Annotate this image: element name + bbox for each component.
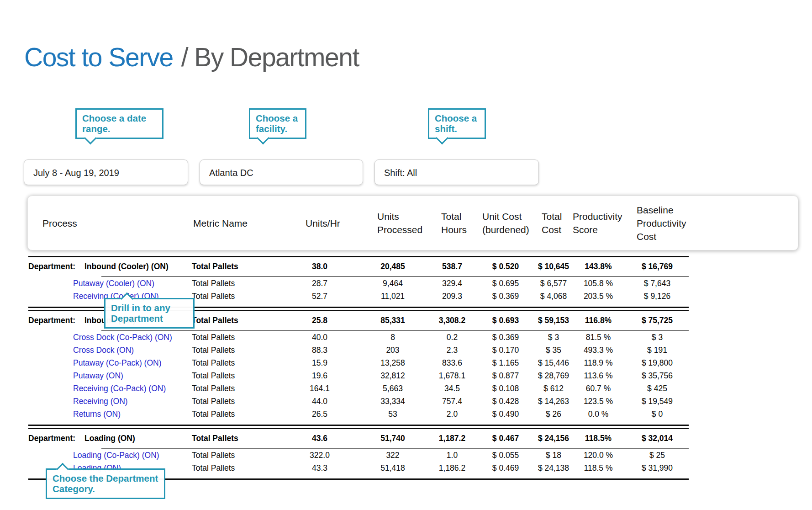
baseline-cost-cell: $ 7,643: [626, 279, 689, 288]
total-hours-cell: 0.2: [429, 333, 475, 342]
baseline-cost-cell: $ 9,126: [626, 292, 689, 301]
baseline-cost-cell: $ 191: [626, 345, 689, 355]
unit-cost-cell: $ 0.369: [475, 292, 536, 301]
baseline-cost-cell: $ 35,756: [626, 371, 689, 381]
metric-cell: Total Pallets: [192, 371, 283, 381]
total-cost-cell: $ 26: [536, 409, 571, 419]
table-row: Receiving (Co-Pack) (ON) Total Pallets 1…: [28, 382, 689, 395]
baseline-cost-cell: $ 3: [626, 333, 689, 342]
department-name: Inbound (Cooler) (ON): [84, 262, 169, 271]
total-hours-cell: 209.3: [429, 292, 475, 301]
baseline-cost-cell: $ 0: [626, 409, 689, 419]
table-row: Receiving (ON) Total Pallets 44.0 33,334…: [28, 395, 689, 408]
productivity-score-cell: 143.8%: [571, 262, 626, 271]
units-processed-cell: 203: [356, 345, 429, 355]
total-cost-cell: $ 612: [536, 384, 571, 393]
productivity-score-cell: 60.7 %: [571, 384, 626, 393]
units-processed-cell: 5,663: [356, 384, 429, 393]
metric-cell: Total Pallets: [192, 358, 283, 368]
process-link[interactable]: Loading (Co-Pack) (ON): [73, 451, 159, 460]
baseline-cost-cell: $ 32,014: [626, 434, 689, 443]
column-header-metric-name[interactable]: Metric Name: [192, 217, 284, 230]
unit-cost-cell: $ 0.695: [475, 279, 536, 288]
total-hours-cell: 1,187.2: [429, 434, 475, 443]
units-processed-cell: 33,334: [356, 397, 429, 406]
unit-cost-cell: $ 0.170: [475, 345, 536, 355]
total-hours-cell: 34.5: [429, 384, 475, 393]
productivity-score-cell: 105.8 %: [571, 279, 626, 288]
unit-cost-cell: $ 0.469: [475, 463, 536, 473]
units-processed-cell: 322: [356, 451, 429, 460]
unit-cost-cell: $ 0.055: [475, 451, 536, 460]
process-link[interactable]: Cross Dock (ON): [73, 345, 134, 355]
units-hr-cell: 43.3: [283, 463, 356, 473]
column-header-total-hours[interactable]: Total Hours: [430, 210, 475, 236]
total-hours-cell: 2.0: [429, 409, 475, 419]
process-link[interactable]: Returns (ON): [73, 409, 121, 419]
units-processed-cell: 11,021: [356, 292, 429, 301]
units-processed-cell: 85,331: [356, 316, 429, 325]
facility-input[interactable]: Atlanta DC: [200, 159, 363, 185]
metric-cell: Total Pallets: [192, 451, 283, 460]
table-row: Putaway (Co-Pack) (ON) Total Pallets 15.…: [28, 356, 689, 369]
units-processed-cell: 51,418: [356, 463, 429, 473]
table-header-card: Process Metric Name Units/Hr Units Proce…: [27, 196, 798, 250]
units-hr-cell: 28.7: [283, 279, 356, 288]
callout-facility-text: Choose a facility.: [256, 113, 298, 134]
unit-cost-cell: $ 0.108: [475, 384, 536, 393]
table-row: Loading (Co-Pack) (ON) Total Pallets 322…: [28, 449, 689, 462]
units-processed-cell: 13,258: [356, 358, 429, 368]
table-row: Cross Dock (ON) Total Pallets 88.3 203 2…: [28, 344, 689, 356]
process-link[interactable]: Receiving (Co-Pack) (ON): [73, 384, 166, 393]
title-secondary: By Department: [194, 42, 359, 72]
productivity-score-cell: 118.5%: [571, 434, 626, 443]
total-cost-cell: $ 3: [536, 333, 571, 342]
total-cost-cell: $ 24,156: [536, 434, 571, 443]
date-range-value: July 8 - Aug 19, 2019: [33, 168, 119, 178]
callout-category-text: Choose the Department Category.: [53, 473, 158, 494]
process-link[interactable]: Receiving (ON): [73, 397, 128, 406]
date-range-input[interactable]: July 8 - Aug 19, 2019: [24, 159, 188, 185]
total-cost-cell: $ 14,263: [536, 397, 571, 406]
productivity-score-cell: 0.0 %: [571, 409, 626, 419]
units-hr-cell: 15.9: [283, 358, 356, 368]
process-link[interactable]: Cross Dock (Co-Pack) (ON): [73, 333, 172, 342]
total-cost-cell: $ 15,446: [536, 358, 571, 368]
baseline-cost-cell: $ 19,549: [626, 397, 689, 406]
total-hours-cell: 3,308.2: [429, 316, 475, 325]
baseline-cost-cell: $ 25: [626, 451, 689, 460]
column-header-total-cost[interactable]: Total Cost: [537, 210, 571, 236]
callout-category: Choose the Department Category.: [46, 468, 165, 499]
facility-value: Atlanta DC: [209, 168, 253, 178]
column-header-units-hr[interactable]: Units/Hr: [284, 217, 357, 230]
table-row: Cross Dock (Co-Pack) (ON) Total Pallets …: [28, 331, 689, 344]
productivity-score-cell: 118.9 %: [571, 358, 626, 368]
column-header-baseline-productivity-cost[interactable]: Baseline Productivity Cost: [626, 203, 689, 243]
baseline-cost-cell: $ 75,725: [626, 316, 689, 325]
process-link[interactable]: Putaway (Co-Pack) (ON): [73, 358, 162, 367]
department-label: Department:: [28, 316, 84, 325]
column-header-productivity-score[interactable]: Productivity Score: [571, 210, 626, 236]
total-hours-cell: 1,186.2: [429, 463, 475, 473]
metric-cell: Total Pallets: [192, 345, 283, 355]
column-header-process[interactable]: Process: [29, 217, 192, 230]
units-hr-cell: 19.6: [283, 371, 356, 381]
total-hours-cell: 1.0: [429, 451, 475, 460]
units-processed-cell: 51,740: [356, 434, 429, 443]
column-header-unit-cost[interactable]: Unit Cost (burdened): [475, 210, 537, 236]
unit-cost-cell: $ 1.165: [475, 358, 536, 368]
metric-cell: Total Pallets: [192, 463, 283, 473]
units-hr-cell: 38.0: [283, 262, 356, 271]
callout-facility: Choose a facility.: [249, 108, 306, 139]
units-processed-cell: 9,464: [356, 279, 429, 288]
callout-drill: Drill in to any Department: [104, 298, 195, 329]
total-hours-cell: 538.7: [429, 262, 475, 271]
title-separator: /: [181, 42, 188, 72]
baseline-cost-cell: $ 19,800: [626, 358, 689, 368]
shift-input[interactable]: Shift: All: [374, 159, 539, 185]
column-header-units-processed[interactable]: Units Processed: [357, 210, 430, 236]
units-processed-cell: 53: [356, 409, 429, 419]
process-link[interactable]: Putaway (ON): [73, 371, 123, 380]
process-link[interactable]: Putaway (Cooler) (ON): [73, 279, 154, 288]
metric-cell: Total Pallets: [192, 333, 283, 342]
